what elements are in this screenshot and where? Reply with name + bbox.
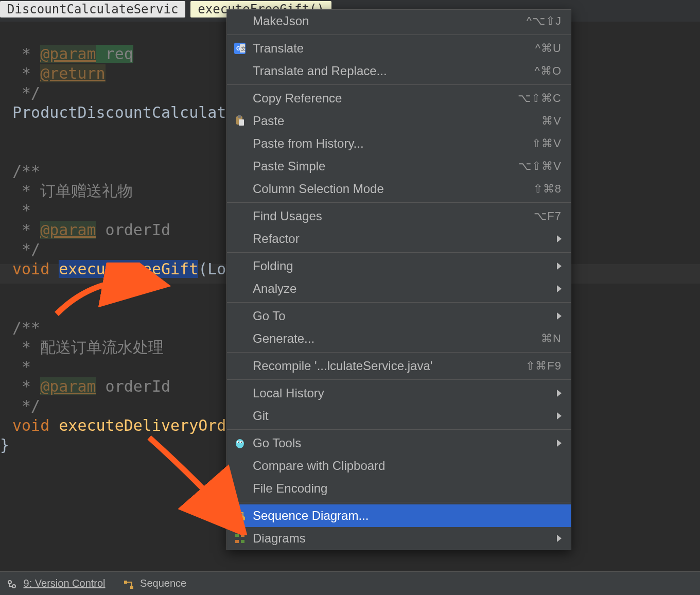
menu-diagrams[interactable]: Diagrams [227,527,571,550]
vcs-icon [7,580,16,589]
shortcut: ^⌘U [535,42,562,55]
svg-rect-16 [241,534,244,537]
submenu-arrow-icon [557,312,562,320]
menu-separator [227,352,571,353]
menu-find-usages[interactable]: Find Usages ⌥F7 [227,205,571,227]
shortcut: ⌘V [541,114,562,128]
shortcut: ⌥⇧⌘C [518,92,562,105]
paste-icon [233,114,247,128]
shortcut: ⌥F7 [534,209,562,223]
menu-separator [227,252,571,253]
shortcut: ⌘N [541,332,562,345]
menu-translate[interactable]: G文 Translate ^⌘U [227,37,571,60]
code-line: * 订单赠送礼物 [12,182,133,200]
code-line: * [12,201,31,219]
code-line: */ [12,397,40,415]
svg-point-11 [241,442,242,443]
menu-git[interactable]: Git [227,405,571,427]
svg-rect-17 [235,540,239,543]
status-bar: 9: Version Control Sequence [0,571,700,595]
svg-rect-12 [234,511,238,515]
breadcrumb-class[interactable]: DiscountCalculateServic [0,1,185,18]
svg-rect-21 [124,581,127,584]
shortcut: ^⌥⇧J [527,14,562,28]
menu-sequence-diagram[interactable]: Sequence Diagram... [227,504,571,527]
code-line: /** [12,319,40,337]
menu-local-history[interactable]: Local History [227,382,571,405]
submenu-arrow-icon [557,440,562,447]
sequence-diagram-icon [233,509,247,522]
gopher-icon [233,436,247,450]
menu-paste-simple[interactable]: Paste Simple ⌥⇧⌘V [227,155,571,178]
code-line: /** [12,162,40,180]
shortcut: ⇧⌘F9 [526,359,562,373]
menu-make-json[interactable]: MakeJson ^⌥⇧J [227,10,571,32]
menu-column-selection[interactable]: Column Selection Mode ⇧⌘8 [227,178,571,200]
svg-rect-6 [239,119,244,126]
menu-separator [227,429,571,430]
code-line: * @param req [12,45,133,63]
svg-point-20 [12,585,15,588]
code-line: */ [12,240,40,258]
menu-translate-replace[interactable]: Translate and Replace... ^⌘O [227,60,571,82]
code-line: * 配送订单流水处理 [12,338,164,356]
submenu-arrow-icon [557,262,562,270]
svg-rect-22 [130,586,133,589]
submenu-arrow-icon [557,535,562,542]
menu-recompile[interactable]: Recompile '...lculateService.java' ⇧⌘F9 [227,355,571,377]
svg-point-10 [238,442,239,443]
diagrams-icon [233,532,247,545]
code-line: * @param orderId [12,377,170,395]
code-line: * [12,358,31,376]
menu-folding[interactable]: Folding [227,255,571,277]
shortcut: ⇧⌘V [532,137,562,150]
shortcut: ⇧⌘8 [533,182,562,196]
svg-rect-13 [241,517,245,520]
submenu-arrow-icon [557,235,562,242]
status-sequence[interactable]: Sequence [124,577,187,589]
menu-analyze[interactable]: Analyze [227,277,571,300]
context-menu: MakeJson ^⌥⇧J G文 Translate ^⌘U Translate… [226,9,571,550]
svg-marker-14 [241,515,244,517]
menu-copy-reference[interactable]: Copy Reference ⌥⇧⌘C [227,87,571,110]
menu-paste-history[interactable]: Paste from History... ⇧⌘V [227,132,571,155]
svg-rect-5 [238,115,241,118]
menu-refactor[interactable]: Refactor [227,227,571,250]
shortcut: ⌥⇧⌘V [518,160,562,173]
menu-separator [227,84,571,85]
menu-file-encoding[interactable]: File Encoding [227,477,571,500]
code-line: */ [12,84,40,102]
menu-generate[interactable]: Generate... ⌘N [227,327,571,350]
code-line: * @return [12,64,106,82]
menu-paste[interactable]: Paste ⌘V [227,110,571,132]
menu-compare-clipboard[interactable]: Compare with Clipboard [227,454,571,477]
shortcut: ^⌘O [535,64,562,78]
menu-separator [227,379,571,380]
menu-goto[interactable]: Go To [227,305,571,327]
svg-point-19 [8,581,11,584]
translate-icon: G文 [233,42,247,55]
menu-separator [227,34,571,35]
submenu-arrow-icon [557,412,562,419]
svg-point-7 [236,439,244,448]
svg-rect-15 [235,534,239,537]
menu-separator [227,502,571,502]
menu-separator [227,202,571,203]
sequence-icon [124,580,133,589]
code-line: } [0,436,9,454]
code-line: * @param orderId [12,221,170,239]
submenu-arrow-icon [557,390,562,397]
menu-separator [227,302,571,303]
svg-rect-18 [241,540,244,543]
status-version-control[interactable]: 9: Version Control [7,577,106,589]
menu-go-tools[interactable]: Go Tools [227,432,571,454]
submenu-arrow-icon [557,285,562,292]
svg-text:文: 文 [241,46,246,51]
